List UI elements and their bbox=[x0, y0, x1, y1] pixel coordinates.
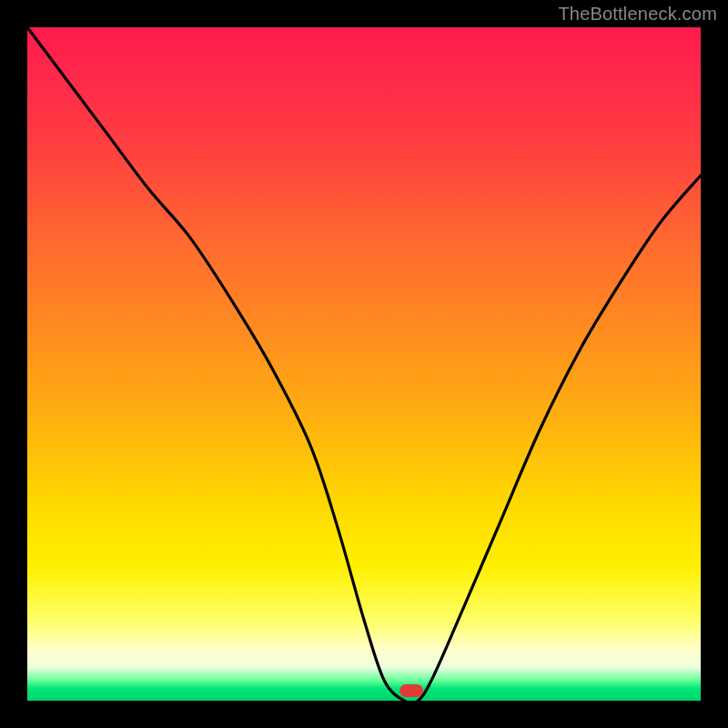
chart-frame: TheBottleneck.com bbox=[0, 0, 728, 728]
watermark-text: TheBottleneck.com bbox=[558, 4, 717, 25]
plot-area bbox=[27, 27, 701, 701]
mismatch-curve bbox=[27, 27, 701, 701]
optimal-point-marker bbox=[399, 684, 423, 697]
